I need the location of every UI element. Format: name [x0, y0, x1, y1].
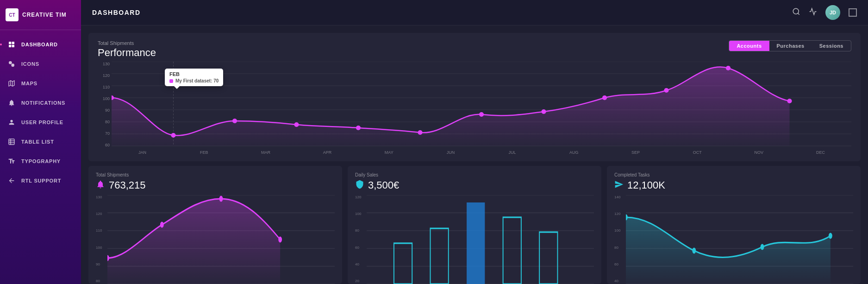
tooltip-arrow	[174, 86, 180, 89]
card-subtitle-1: Daily Sales	[355, 172, 594, 177]
mini-chart-1: 120 100 80 60 40 20	[355, 195, 594, 284]
performance-header: Total Shipments Performance Accounts Pur…	[98, 40, 851, 59]
sidebar-label-typography: TYPOGRAPHY	[21, 158, 61, 164]
map-icon	[6, 78, 17, 88]
svg-rect-52	[394, 243, 412, 284]
mini-y-labels-2: 140 120 100 80 60 40	[614, 195, 626, 284]
svg-point-43	[160, 222, 164, 228]
svg-point-25	[232, 119, 237, 123]
fullscreen-icon[interactable]	[849, 8, 857, 17]
icons-icon	[6, 59, 17, 69]
performance-title-area: Total Shipments Performance	[98, 40, 156, 59]
performance-title: Performance	[98, 47, 156, 59]
sidebar-label-dashboard: DASHBOARD	[21, 42, 58, 47]
svg-point-29	[479, 112, 484, 117]
sidebar-label-user-profile: USER PROFILE	[21, 120, 63, 125]
svg-rect-54	[467, 202, 485, 284]
card-value-row-2: 12,100K	[614, 179, 853, 191]
activity-icon[interactable]	[809, 7, 817, 18]
send-icon	[614, 180, 624, 191]
svg-point-34	[787, 99, 792, 103]
performance-tabs: Accounts Purchases Sessions	[729, 40, 851, 51]
card-value-2: 12,100K	[627, 179, 665, 191]
svg-point-4	[9, 61, 12, 64]
chart-svg-area: FEB My First dataset: 70	[112, 62, 851, 147]
mini-chart-area-0	[107, 195, 335, 284]
tooltip-value: My First dataset: 70	[169, 78, 219, 83]
card-subtitle-2: Completed Tasks	[614, 172, 853, 177]
card-value-row-1: 3,500€	[355, 179, 594, 191]
sidebar-label-icons: ICONS	[21, 61, 39, 67]
bell-icon	[96, 180, 105, 191]
user-icon	[6, 117, 17, 127]
sidebar-item-user-profile[interactable]: USER PROFILE	[0, 113, 81, 132]
sidebar-label-rtl-support: RTL SUPPORT	[21, 178, 61, 183]
svg-point-27	[356, 126, 361, 130]
performance-chart: 130 120 110 100 90 80 70 60	[98, 62, 851, 157]
page-title: DASHBOARD	[92, 9, 141, 16]
svg-point-31	[602, 95, 607, 100]
main-content: DASHBOARD JD Total Shipments Performance	[81, 0, 868, 284]
sidebar-brand: CT CREATIVE TIM	[0, 0, 81, 30]
tab-accounts[interactable]: Accounts	[729, 41, 769, 51]
mini-y-labels-1: 120 100 80 60 40 20	[355, 195, 367, 284]
card-daily-sales: Daily Sales 3,500€ 120 100 80 60 40 20	[348, 166, 601, 284]
svg-point-44	[219, 196, 223, 202]
brand-name: CREATIVE TIM	[22, 12, 67, 18]
svg-rect-53	[430, 228, 448, 284]
topbar-actions: JD	[792, 5, 857, 20]
performance-subtitle: Total Shipments	[98, 40, 156, 46]
shield-icon	[355, 180, 364, 191]
svg-point-32	[664, 88, 668, 93]
chart-tooltip: FEB My First dataset: 70	[165, 69, 223, 86]
chart-x-axis: JAN FEB MAR APR MAY JUN JUL AUG SEP OCT …	[112, 148, 851, 157]
tab-purchases[interactable]: Purchases	[769, 41, 812, 51]
sidebar: CT CREATIVE TIM DASHBOARD ICONS MAPS	[0, 0, 81, 284]
brand-logo: CT	[6, 8, 19, 21]
sidebar-item-table-list[interactable]: TABLE LIST	[0, 132, 81, 151]
svg-point-26	[294, 122, 299, 127]
rtl-icon	[6, 176, 17, 186]
table-icon	[6, 137, 17, 147]
tooltip-month: FEB	[169, 71, 219, 77]
sidebar-label-notifications: NOTIFICATIONS	[21, 100, 65, 106]
card-value-1: 3,500€	[368, 179, 399, 191]
svg-rect-2	[9, 45, 11, 47]
sidebar-item-typography[interactable]: TYPOGRAPHY	[0, 151, 81, 171]
sidebar-item-maps[interactable]: MAPS	[0, 74, 81, 93]
svg-point-28	[418, 130, 422, 135]
dashboard-icon	[6, 39, 17, 50]
topbar: DASHBOARD JD	[81, 0, 868, 25]
svg-rect-0	[9, 42, 11, 44]
card-value-row-0: 763,215	[96, 179, 335, 191]
performance-section: Total Shipments Performance Accounts Pur…	[88, 33, 861, 161]
svg-point-30	[541, 109, 546, 114]
mini-y-labels-0: 130 120 110 100 90 80	[96, 195, 107, 284]
typography-icon	[6, 156, 17, 166]
svg-point-13	[793, 8, 799, 14]
search-icon[interactable]	[792, 7, 800, 18]
svg-rect-1	[12, 42, 14, 44]
svg-marker-6	[9, 81, 14, 86]
sidebar-item-icons[interactable]: ICONS	[0, 54, 81, 74]
svg-rect-56	[539, 232, 557, 284]
svg-point-5	[11, 63, 14, 67]
mini-chart-area-1	[367, 195, 594, 284]
sidebar-label-table-list: TABLE LIST	[21, 139, 54, 145]
card-subtitle-0: Total Shipments	[96, 172, 335, 177]
mini-chart-area-2	[626, 195, 853, 284]
sidebar-item-rtl-support[interactable]: RTL SUPPORT	[0, 171, 81, 190]
chart-y-axis: 130 120 110 100 90 80 70 60	[98, 62, 112, 147]
svg-point-33	[726, 66, 731, 70]
tab-sessions[interactable]: Sessions	[812, 41, 851, 51]
svg-point-45	[278, 237, 282, 243]
svg-line-14	[798, 13, 799, 14]
sidebar-nav: DASHBOARD ICONS MAPS NOTIFICATIONS	[0, 30, 81, 284]
svg-rect-55	[503, 217, 521, 284]
svg-point-65	[761, 244, 764, 250]
avatar[interactable]: JD	[825, 5, 840, 20]
sidebar-label-maps: MAPS	[21, 81, 37, 86]
sidebar-item-notifications[interactable]: NOTIFICATIONS	[0, 93, 81, 113]
card-value-0: 763,215	[109, 179, 146, 191]
sidebar-item-dashboard[interactable]: DASHBOARD	[0, 35, 81, 54]
